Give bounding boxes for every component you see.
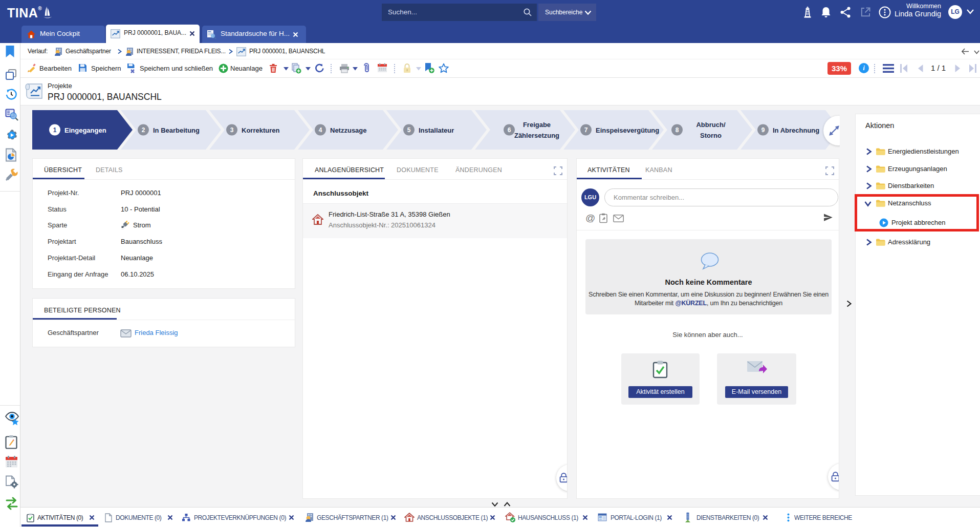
svg-text:6: 6	[508, 127, 511, 134]
svg-text:Zählersetzung: Zählersetzung	[514, 132, 559, 139]
svg-text:7: 7	[584, 127, 588, 134]
svg-text:Freigabe: Freigabe	[523, 121, 551, 129]
svg-text:1: 1	[53, 127, 57, 134]
svg-text:In Abrechnung: In Abrechnung	[773, 127, 819, 134]
svg-text:3: 3	[230, 127, 234, 134]
svg-text:Netzzusage: Netzzusage	[330, 127, 367, 134]
svg-text:Abbruch/: Abbruch/	[696, 121, 725, 129]
svg-text:Installateur: Installateur	[419, 127, 454, 134]
svg-text:5: 5	[407, 127, 411, 134]
svg-text:Einspeisevergütung: Einspeisevergütung	[596, 127, 659, 134]
svg-text:Storno: Storno	[700, 132, 722, 139]
svg-text:9: 9	[761, 127, 765, 134]
svg-text:2: 2	[142, 127, 145, 134]
svg-text:Eingegangen: Eingegangen	[64, 127, 106, 134]
svg-text:8: 8	[676, 127, 679, 134]
svg-text:Korrekturen: Korrekturen	[242, 127, 279, 134]
svg-text:In Bearbeitung: In Bearbeitung	[153, 127, 200, 134]
svg-text:4: 4	[319, 127, 322, 134]
